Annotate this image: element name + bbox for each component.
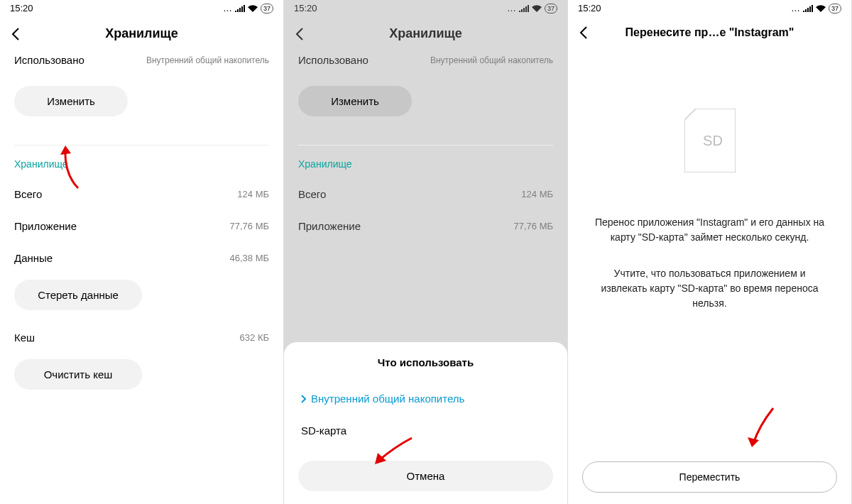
battery-icon: 37 [261,4,273,13]
used-row: Использовано Внутренний общий накопитель [284,54,567,86]
description-1: Перенос приложения "Instagram" и его дан… [568,215,851,266]
option-sd[interactable]: SD-карта [284,415,567,447]
more-icon: … [507,3,516,13]
divider [298,145,553,146]
description-2: Учтите, что пользоваться приложением и и… [568,266,851,332]
page-title: Перенесите пр…е "Instagram" [599,26,820,39]
header: Хранилище [284,16,567,54]
battery-icon: 37 [829,4,841,13]
wifi-icon [248,5,258,12]
used-value: Внутренний общий накопитель [146,55,269,65]
section-label: Хранилище [284,158,567,178]
status-bar: 15:20 … 37 [0,0,283,16]
change-button[interactable]: Изменить [298,86,412,116]
status-icons: … 37 [223,3,273,13]
chevron-right-icon [301,395,307,403]
option-internal[interactable]: Внутренний общий накопитель [284,383,567,415]
page-title: Хранилище [315,26,536,41]
section-label: Хранилище [0,158,283,178]
signal-icon [519,5,529,12]
signal-icon [803,5,813,12]
sheet-title: Что использовать [284,356,567,383]
status-time: 15:20 [10,3,33,13]
status-time: 15:20 [578,3,601,13]
status-bar: 15:20 … 37 [568,0,851,16]
more-icon: … [223,3,232,13]
page-title: Хранилище [31,26,252,41]
more-icon: … [791,3,800,13]
header: Хранилище [0,16,283,54]
divider [14,145,269,146]
status-icons: … 37 [791,3,841,13]
cancel-button[interactable]: Отмена [298,461,553,491]
status-time: 15:20 [294,3,317,13]
status-bar: 15:20 … 37 [284,0,567,16]
used-value: Внутренний общий накопитель [430,55,553,65]
row-data: Данные 46,38 МБ [0,242,283,274]
used-label: Использовано [298,54,368,66]
used-label: Использовано [14,54,84,66]
signal-icon [235,5,245,12]
change-button[interactable]: Изменить [14,86,128,116]
row-total: Всего 124 МБ [284,178,567,210]
svg-text:SD: SD [703,133,723,148]
used-row: Использовано Внутренний общий накопитель [0,54,283,86]
row-app: Приложение 77,76 МБ [0,210,283,242]
back-button[interactable] [295,28,315,40]
wifi-icon [816,5,826,12]
row-cache: Кеш 632 КБ [0,322,283,354]
screen-storage-dialog: 15:20 … 37 Хранилище Использовано Внутре… [284,0,568,504]
back-button[interactable] [579,26,599,39]
sd-card-icon: SD [684,109,736,172]
clear-cache-button[interactable]: Очистить кеш [14,359,142,390]
move-button[interactable]: Переместить [582,461,837,493]
back-button[interactable] [11,28,31,40]
wifi-icon [532,5,542,12]
bottom-sheet: Что использовать Внутренний общий накопи… [284,342,567,504]
clear-data-button[interactable]: Стереть данные [14,280,142,310]
screen-storage: 15:20 … 37 Хранилище Использовано Внутре… [0,0,284,504]
screen-move-app: 15:20 … 37 Перенесите пр…е "Instagram" S… [568,0,852,504]
battery-icon: 37 [545,4,557,13]
header: Перенесите пр…е "Instagram" [568,16,851,52]
row-total: Всего 124 МБ [0,178,283,210]
row-app: Приложение 77,76 МБ [284,210,567,242]
status-icons: … 37 [507,3,557,13]
